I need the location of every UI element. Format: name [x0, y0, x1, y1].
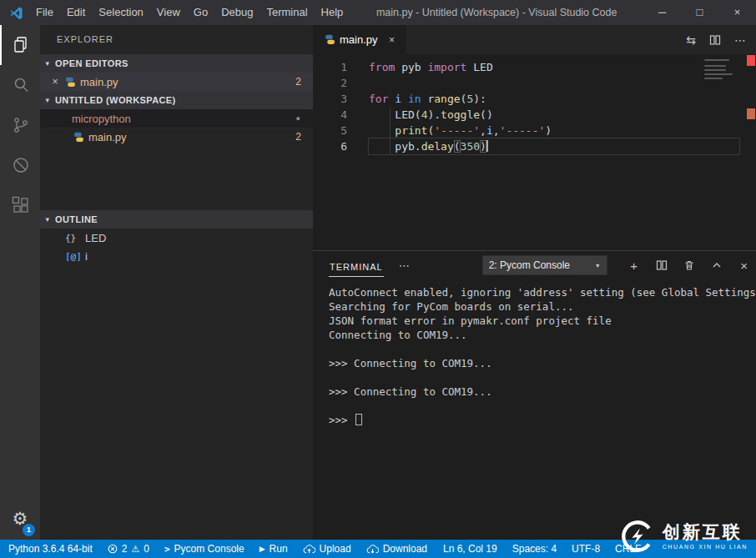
code-editor[interactable]: 1 2 3 4 5 6 from pyb import LED for i in… — [313, 54, 756, 250]
code-token: import — [427, 61, 466, 73]
cursor-position-label: Ln 6, Col 19 — [443, 543, 497, 555]
code-token: toggle — [441, 108, 480, 121]
more-actions-icon[interactable]: ⋯ — [734, 33, 746, 47]
menu-file[interactable]: File — [29, 0, 60, 25]
symbol-name: LED — [85, 232, 106, 244]
code-line-1[interactable]: from pyb import LED — [369, 59, 739, 75]
line-number: 5 — [313, 123, 347, 138]
search-icon[interactable] — [0, 65, 40, 105]
section-open-editors[interactable]: ▾ OPEN EDITORS — [40, 54, 313, 73]
error-count: 2 — [122, 543, 128, 555]
error-circle-icon — [108, 544, 118, 554]
split-terminal-icon[interactable] — [655, 259, 668, 272]
open-changes-icon[interactable]: ⇆ — [686, 33, 696, 47]
terminal-line: >>> Connecting to COM19... — [329, 356, 756, 370]
status-indentation[interactable]: Spaces: 4 — [505, 540, 564, 558]
prompt-text: >>> — [329, 414, 354, 426]
menu-debug[interactable]: Debug — [214, 0, 260, 25]
console-prompt-icon: > — [164, 544, 170, 555]
code-token: pyb — [395, 61, 427, 73]
status-download[interactable]: Download — [359, 540, 435, 558]
line-number: 3 — [313, 91, 347, 107]
terminal-cursor — [355, 414, 362, 425]
split-editor-icon[interactable] — [709, 34, 721, 46]
outline-item-led[interactable]: {} LED — [40, 229, 313, 247]
kill-terminal-trash-icon[interactable] — [683, 259, 696, 272]
code-token: delay — [421, 140, 454, 153]
indentation-label: Spaces: 4 — [512, 543, 557, 555]
code-line-4[interactable]: LED(4).toggle() — [369, 107, 739, 123]
maximize-panel-chevron-up-icon[interactable] — [710, 259, 723, 272]
code-token: ( — [415, 108, 421, 121]
tree-item-main-py[interactable]: main.py 2 — [40, 128, 313, 146]
indent-guide — [390, 107, 391, 154]
file-name: main.py — [88, 131, 127, 143]
code-line-3[interactable]: for i in range(5): — [369, 91, 739, 107]
maximize-button[interactable]: □ — [681, 0, 718, 25]
menu-selection[interactable]: Selection — [92, 0, 149, 25]
terminal-prompt-line: >>> — [329, 413, 756, 427]
watermark-cn-label: 创新互联 — [663, 523, 743, 541]
explorer-sidebar: EXPLORER ▾ OPEN EDITORS × main.py 2 ▾ UN… — [40, 25, 313, 540]
section-workspace[interactable]: ▾ UNTITLED (WORKSPACE) — [40, 91, 313, 109]
warning-triangle-icon: ⚠ — [131, 544, 139, 555]
minimap[interactable] — [704, 59, 743, 82]
code-line-5[interactable]: print('-----',i,'-----') — [369, 123, 739, 138]
close-editor-icon[interactable]: × — [48, 76, 62, 88]
extensions-icon[interactable] — [0, 185, 40, 225]
menu-edit[interactable]: Edit — [60, 0, 92, 25]
outline-item-i[interactable]: [@] i — [40, 247, 313, 265]
workbench: ⚙ 1 EXPLORER ▾ OPEN EDITORS × main.py 2 — [0, 25, 756, 540]
section-label: OUTLINE — [55, 214, 98, 224]
status-problems[interactable]: 2 ⚠ 0 — [100, 540, 157, 558]
status-run[interactable]: ▶ Run — [252, 540, 295, 558]
run-label: Run — [270, 543, 288, 555]
source-control-icon[interactable] — [0, 105, 40, 145]
debug-icon[interactable] — [0, 145, 40, 185]
terminal-line — [329, 342, 756, 356]
activity-bar-bottom: ⚙ 1 — [0, 501, 40, 536]
explorer-icon[interactable] — [0, 25, 40, 65]
symbol-object-icon: {} — [65, 233, 85, 244]
terminal-selector-dropdown[interactable]: 2: Pycom Console ▼ — [482, 255, 607, 275]
close-window-button[interactable]: × — [718, 0, 756, 25]
open-editor-item-main-py[interactable]: × main.py 2 — [40, 73, 313, 91]
error-marker — [747, 108, 755, 119]
tab-main-py[interactable]: main.py × — [313, 25, 406, 54]
close-tab-icon[interactable]: × — [386, 34, 398, 46]
menu-go[interactable]: Go — [187, 0, 214, 25]
tree-item-micropython[interactable]: micropython ● — [40, 109, 313, 128]
symbol-name: i — [85, 250, 88, 263]
code-token: range — [427, 93, 460, 105]
menu-view[interactable]: View — [150, 0, 187, 25]
terminal-output[interactable]: AutoConnect enabled, ignoring 'address' … — [313, 279, 756, 427]
panel-more-icon[interactable]: ⋯ — [399, 259, 411, 272]
section-outline[interactable]: ▾ OUTLINE — [40, 210, 313, 229]
panel-tab-terminal[interactable]: TERMINAL — [329, 254, 384, 277]
status-encoding[interactable]: UTF-8 — [564, 540, 607, 558]
code-content[interactable]: from pyb import LED for i in range(5): L… — [369, 59, 739, 154]
status-cursor-position[interactable]: Ln 6, Col 19 — [435, 540, 505, 558]
section-label: UNTITLED (WORKSPACE) — [55, 95, 176, 105]
editor-region: main.py × ⇆ ⋯ 1 2 3 4 5 — [313, 25, 756, 540]
manage-gear-icon[interactable]: ⚙ 1 — [0, 501, 40, 536]
code-line-6[interactable]: pyb.delay(350) — [369, 138, 739, 154]
terminal-line: AutoConnect enabled, ignoring 'address' … — [329, 285, 756, 299]
watermark-en-label: CHUANG XIN HU LIAN — [663, 544, 748, 550]
vscode-logo-icon — [9, 6, 23, 20]
window-controls: ─ □ × — [643, 0, 756, 25]
dropdown-arrow-icon: ▼ — [595, 263, 601, 269]
status-pycom-console[interactable]: > Pycom Console — [157, 540, 252, 558]
menu-terminal[interactable]: Terminal — [260, 0, 314, 25]
status-python-version[interactable]: Python 3.6.4 64-bit — [0, 540, 100, 558]
code-token: 350 — [461, 140, 480, 153]
new-terminal-icon[interactable]: + — [627, 259, 641, 272]
menu-help[interactable]: Help — [315, 0, 350, 25]
status-upload[interactable]: Upload — [295, 540, 359, 558]
tab-bar: main.py × ⇆ ⋯ — [313, 25, 756, 54]
close-panel-icon[interactable]: × — [738, 259, 751, 272]
minimize-button[interactable]: ─ — [643, 0, 681, 25]
terminal-line: Searching for PyCom boards on serial... — [329, 299, 756, 314]
terminal-actions: + × — [627, 259, 751, 272]
code-line-2[interactable] — [369, 75, 739, 91]
